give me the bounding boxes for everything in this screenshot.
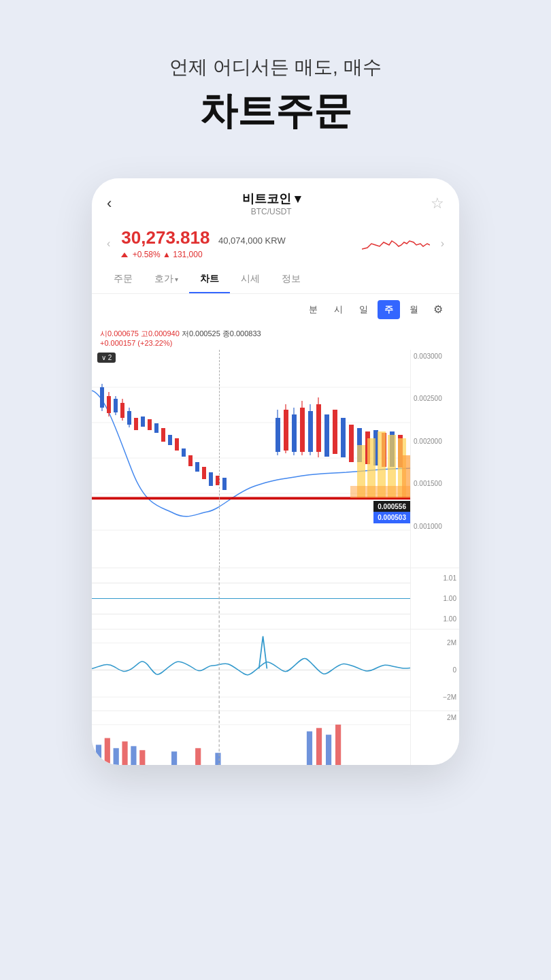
price-nav-left-button[interactable]: ‹ — [107, 238, 110, 250]
svg-rect-69 — [105, 738, 110, 766]
price-krw: 40,074,000 KRW — [218, 235, 286, 246]
svg-rect-41 — [324, 414, 329, 457]
svg-rect-17 — [148, 419, 152, 430]
y-label-5: 0.001000 — [414, 523, 456, 530]
ask-price-badge: 0.000503 — [373, 512, 410, 523]
price-info: 30,273.818 40,074,000 KRW +0.58% ▲ 131,0… — [121, 227, 350, 259]
svg-rect-78 — [316, 728, 322, 765]
y-label-2: 0.002500 — [414, 395, 456, 402]
svg-rect-24 — [195, 462, 199, 472]
price-up-icon — [121, 252, 128, 257]
svg-rect-80 — [335, 725, 341, 765]
chart-main-area[interactable]: ∨ 2 — [92, 350, 410, 568]
support-line — [92, 498, 410, 500]
tab-chart[interactable]: 차트 — [189, 266, 230, 293]
volume-y-labels: 2M — [410, 711, 459, 765]
svg-rect-18 — [154, 423, 158, 433]
chart-settings-button[interactable]: ⚙ — [428, 299, 448, 319]
mini-sparkline — [362, 229, 430, 259]
svg-rect-76 — [215, 753, 220, 765]
indicator-2-pill[interactable]: ∨ 2 — [97, 353, 116, 363]
y-label-1: 0.003000 — [414, 353, 456, 360]
subchart-2-y-labels: 2M 0 −2M — [410, 630, 459, 710]
svg-rect-77 — [307, 732, 312, 765]
price-change: +0.58% ▲ 131,000 — [121, 250, 350, 259]
svg-rect-20 — [168, 435, 172, 445]
indicator-label: ∨ 2 — [101, 354, 112, 361]
period-month-button[interactable]: 월 — [403, 300, 425, 319]
subchart-1-y-labels: 1.01 1.00 1.00 — [410, 568, 459, 629]
volume-canvas — [92, 711, 410, 765]
svg-rect-15 — [134, 418, 138, 430]
ohlc-change: +0.000157 (+23.22%) — [100, 339, 172, 347]
coin-title-area: 비트코인 ▾ BTC/USDT — [242, 191, 301, 216]
sub2-y2: 0 — [452, 666, 456, 674]
period-hour-button[interactable]: 시 — [327, 300, 350, 319]
sub2-y1: 2M — [447, 639, 456, 647]
tab-orderbook[interactable]: 호가▾ — [144, 266, 189, 293]
period-row: 분 시 일 주 월 ⚙ — [92, 294, 459, 325]
period-min-button[interactable]: 분 — [302, 300, 324, 319]
hero-section: 언제 어디서든 매도, 매수 차트주문 — [0, 0, 551, 165]
ohlc-open: 시0.000675 — [100, 329, 141, 338]
volume-area: 2M — [92, 710, 459, 765]
current-price-badge: 0.000556 — [373, 501, 410, 512]
subchart-1-area: 1.01 1.00 1.00 — [92, 568, 459, 629]
chart-y-labels: 0.003000 0.002500 0.002000 0.001500 0.00… — [410, 350, 459, 568]
svg-rect-79 — [326, 735, 331, 765]
svg-rect-42 — [333, 410, 337, 454]
svg-rect-72 — [131, 746, 136, 765]
subchart-2-canvas — [92, 630, 410, 710]
phone-mockup: ‹ 비트코인 ▾ BTC/USDT ☆ ‹ 30,273.818 40,074,… — [92, 178, 459, 765]
sub1-y1: 1.01 — [444, 574, 456, 582]
svg-rect-71 — [122, 741, 127, 765]
ohlc-low: 저0.000525 — [182, 329, 222, 338]
y-label-3: 0.002000 — [414, 438, 456, 445]
hero-title: 차트주문 — [27, 86, 524, 137]
svg-rect-58 — [350, 486, 410, 498]
svg-rect-43 — [341, 418, 346, 457]
svg-rect-73 — [139, 750, 145, 765]
svg-rect-68 — [96, 745, 101, 765]
price-row: ‹ 30,273.818 40,074,000 KRW +0.58% ▲ 131… — [92, 223, 459, 266]
svg-rect-28 — [222, 478, 227, 490]
tab-order[interactable]: 주문 — [103, 266, 144, 293]
svg-rect-75 — [195, 748, 201, 765]
back-button[interactable]: ‹ — [107, 195, 112, 212]
price-change-text: +0.58% ▲ 131,000 — [133, 250, 203, 259]
sub2-y3: −2M — [443, 693, 456, 701]
ohlc-close: 종0.000833 — [222, 329, 261, 338]
main-chart-container: 0.003000 0.002500 0.002000 0.001500 0.00… — [92, 350, 459, 568]
price-nav-right-button[interactable]: › — [441, 238, 444, 250]
ohlc-high: 고0.000940 — [141, 329, 182, 338]
svg-rect-74 — [171, 751, 177, 765]
tab-ticker[interactable]: 시세 — [230, 266, 271, 293]
svg-rect-44 — [349, 425, 354, 462]
ohlc-info: 시0.000675 고0.000940 저0.000525 종0.000833 … — [92, 325, 459, 350]
crosshair-vline — [219, 350, 220, 568]
svg-rect-22 — [182, 448, 186, 457]
top-bar: ‹ 비트코인 ▾ BTC/USDT ☆ — [92, 178, 459, 223]
svg-rect-26 — [209, 472, 213, 486]
period-day-button[interactable]: 일 — [352, 300, 375, 319]
svg-rect-21 — [175, 438, 179, 451]
favorite-button[interactable]: ☆ — [431, 195, 444, 212]
subchart-2-area: 2M 0 −2M — [92, 629, 459, 710]
coin-name: 비트코인 ▾ — [242, 191, 301, 207]
sub1-y2: 1.00 — [444, 595, 456, 602]
period-week-button[interactable]: 주 — [378, 300, 400, 319]
svg-rect-16 — [141, 416, 145, 427]
svg-rect-70 — [114, 748, 119, 765]
y-label-4: 0.001500 — [414, 480, 456, 487]
hero-subtitle: 언제 어디서든 매도, 매수 — [27, 54, 524, 80]
vol-y1: 2M — [447, 714, 456, 721]
price-main: 30,273.818 — [121, 227, 210, 248]
chart-canvas[interactable]: 0.003000 0.002500 0.002000 0.001500 0.00… — [92, 350, 459, 568]
sub1-y3: 1.00 — [444, 615, 456, 623]
svg-rect-19 — [161, 428, 165, 442]
svg-rect-25 — [202, 467, 206, 479]
tab-info[interactable]: 정보 — [271, 266, 312, 293]
svg-rect-23 — [188, 455, 193, 466]
candlestick-svg — [92, 350, 410, 568]
subchart-1-canvas — [92, 568, 410, 629]
